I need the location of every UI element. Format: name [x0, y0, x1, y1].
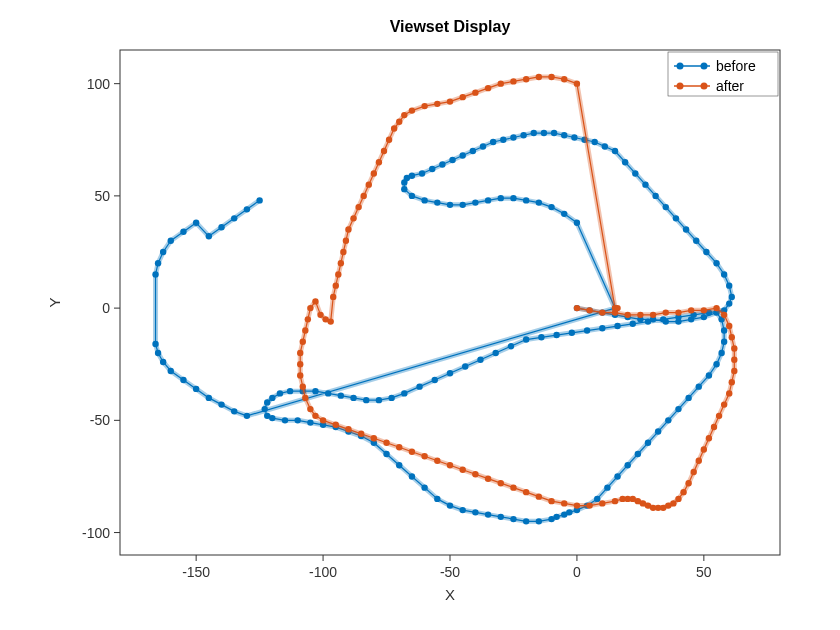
svg-point-262	[307, 305, 313, 311]
svg-point-66	[396, 462, 402, 468]
svg-point-42	[655, 428, 661, 434]
svg-point-211	[701, 446, 707, 452]
svg-point-90	[388, 395, 394, 401]
svg-point-55	[536, 518, 542, 524]
svg-point-294	[523, 76, 529, 82]
svg-point-248	[358, 431, 364, 437]
svg-point-113	[726, 300, 732, 306]
svg-point-236	[510, 484, 516, 490]
svg-point-213	[690, 469, 696, 475]
svg-point-187	[574, 305, 580, 311]
svg-point-196	[688, 307, 694, 313]
svg-point-183	[218, 224, 224, 230]
svg-point-56	[523, 518, 529, 524]
svg-point-104	[599, 325, 605, 331]
svg-text:-100: -100	[309, 564, 337, 580]
svg-point-193	[650, 312, 656, 318]
svg-point-62	[447, 502, 453, 508]
svg-point-78	[261, 406, 267, 412]
svg-point-86	[338, 392, 344, 398]
svg-point-63	[434, 496, 440, 502]
svg-point-105	[614, 323, 620, 329]
svg-point-209	[711, 424, 717, 430]
svg-point-84	[312, 388, 318, 394]
svg-point-295	[536, 74, 542, 80]
chart-svg: -150-100-50050 -100-50050100 Viewset Dis…	[0, 0, 840, 630]
svg-point-132	[561, 132, 567, 138]
svg-point-293	[510, 78, 516, 84]
svg-point-305	[677, 83, 684, 90]
svg-point-155	[459, 202, 465, 208]
svg-point-283	[396, 119, 402, 125]
svg-point-233	[548, 498, 554, 504]
svg-point-272	[343, 238, 349, 244]
svg-point-252	[312, 413, 318, 419]
svg-point-135	[531, 130, 537, 136]
svg-point-286	[421, 103, 427, 109]
svg-point-94	[447, 370, 453, 376]
svg-point-291	[485, 85, 491, 91]
svg-point-61	[459, 507, 465, 513]
svg-point-57	[510, 516, 516, 522]
svg-point-116	[721, 271, 727, 277]
svg-point-73	[307, 419, 313, 425]
svg-point-259	[300, 339, 306, 345]
svg-point-266	[327, 318, 333, 324]
svg-point-34	[721, 339, 727, 345]
svg-point-239	[472, 471, 478, 477]
svg-point-91	[401, 390, 407, 396]
svg-point-290	[472, 89, 478, 95]
svg-point-273	[345, 226, 351, 232]
svg-point-154	[447, 202, 453, 208]
svg-point-268	[333, 282, 339, 288]
svg-point-102	[569, 330, 575, 336]
svg-point-107	[645, 318, 651, 324]
svg-point-306	[701, 83, 708, 90]
svg-point-192	[637, 312, 643, 318]
svg-point-197	[701, 307, 707, 313]
svg-point-186	[256, 197, 262, 203]
svg-point-99	[523, 336, 529, 342]
svg-point-174	[155, 350, 161, 356]
svg-point-210	[706, 435, 712, 441]
svg-point-194	[663, 309, 669, 315]
svg-point-37	[706, 372, 712, 378]
svg-point-33	[721, 327, 727, 333]
svg-point-285	[409, 107, 415, 113]
svg-text:-150: -150	[182, 564, 210, 580]
svg-point-191	[624, 312, 630, 318]
svg-point-43	[645, 440, 651, 446]
svg-point-138	[500, 137, 506, 143]
y-axis-label: Y	[46, 297, 63, 307]
svg-point-289	[459, 94, 465, 100]
svg-point-243	[421, 453, 427, 459]
svg-point-143	[449, 157, 455, 163]
svg-point-167	[231, 408, 237, 414]
chart-title: Viewset Display	[390, 18, 511, 35]
svg-point-81	[277, 390, 283, 396]
svg-point-202	[731, 345, 737, 351]
svg-point-171	[180, 377, 186, 383]
svg-text:0: 0	[573, 564, 581, 580]
plot-background	[120, 50, 780, 555]
svg-point-163	[561, 211, 567, 217]
svg-point-129	[591, 139, 597, 145]
legend-label-before: before	[716, 58, 756, 74]
svg-point-280	[381, 148, 387, 154]
svg-point-168	[218, 401, 224, 407]
svg-point-271	[340, 249, 346, 255]
svg-point-136	[520, 132, 526, 138]
svg-point-159	[510, 195, 516, 201]
svg-point-215	[680, 489, 686, 495]
svg-point-277	[366, 181, 372, 187]
svg-point-131	[571, 134, 577, 140]
svg-point-255	[300, 383, 306, 389]
svg-point-250	[333, 422, 339, 428]
svg-point-201	[729, 334, 735, 340]
svg-point-175	[152, 341, 158, 347]
svg-point-188	[586, 307, 592, 313]
svg-point-302	[677, 63, 684, 70]
svg-point-204	[731, 368, 737, 374]
svg-point-229	[599, 500, 605, 506]
svg-point-117	[713, 260, 719, 266]
